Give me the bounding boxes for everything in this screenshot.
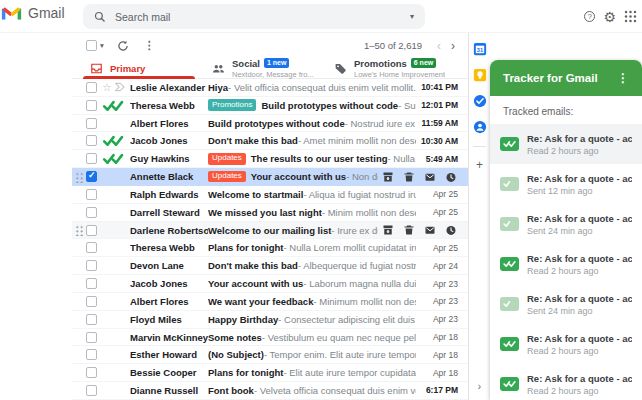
tracked-email-item[interactable]: Re: Ask for a quote - accou… Read 2 hour…: [490, 324, 642, 364]
row-checkbox[interactable]: [86, 278, 97, 289]
select-all-checkbox[interactable]: [86, 40, 97, 51]
row-checkbox[interactable]: [86, 367, 97, 378]
tracking-status-icon: [500, 297, 519, 311]
tab-primary[interactable]: Primary: [83, 58, 205, 78]
tracked-email-item[interactable]: Re: Ask for a quote - accou… Sent 12 min…: [490, 164, 642, 204]
collapse-side-panel-icon[interactable]: ›: [478, 381, 481, 400]
email-list: ☆ Leslie Alexander Hiya - Velit officia …: [72, 79, 468, 400]
search-input[interactable]: Search mail: [115, 11, 401, 23]
email-sender: Theresa Webb: [130, 100, 208, 111]
top-header: Gmail Search mail ▾ ? ⚙: [0, 0, 642, 33]
tracked-email-item[interactable]: Re: Ask for a quote - accou… Sent 24 min…: [490, 284, 642, 324]
archive-icon[interactable]: [382, 224, 394, 236]
tracking-status-icon: [500, 337, 519, 351]
email-subject: Don't make this bad: [208, 260, 298, 271]
side-panel-strip: 31 + ›: [469, 33, 490, 400]
row-checkbox[interactable]: [86, 296, 97, 307]
newer-page-chevron-icon[interactable]: ›: [451, 40, 455, 52]
contacts-icon[interactable]: [473, 120, 487, 134]
row-actions: [382, 171, 468, 183]
row-checkbox[interactable]: [86, 207, 97, 218]
tracking-status-icon: [500, 217, 519, 231]
email-row[interactable]: Theresa Webb Promotions Build prototypes…: [72, 97, 468, 115]
gmail-logo[interactable]: Gmail: [1, 5, 65, 21]
keep-icon[interactable]: [473, 68, 487, 82]
delete-icon[interactable]: [403, 224, 415, 236]
importance-marker-icon[interactable]: [114, 82, 126, 92]
tracked-email-item[interactable]: Re: Ask for a quote - accou… Read 2 hour…: [490, 124, 642, 164]
apps-grid-icon[interactable]: [624, 10, 637, 23]
email-snippet: - Velveta officia consequat duis enim ve…: [254, 385, 416, 396]
email-row[interactable]: Jacob Jones Don't make this bad - Amet m…: [72, 132, 468, 150]
calendar-icon[interactable]: 31: [473, 42, 487, 56]
email-subject: Hiya: [208, 82, 228, 93]
tasks-icon[interactable]: [473, 94, 487, 108]
tracked-email-item[interactable]: Re: Ask for a quote - accou… Read 2 hour…: [490, 364, 642, 400]
row-checkbox[interactable]: [86, 385, 97, 396]
archive-icon[interactable]: [382, 171, 394, 183]
search-icon: [94, 11, 106, 23]
row-checkbox[interactable]: [86, 135, 97, 146]
tag-icon: [334, 62, 347, 75]
mark-read-icon[interactable]: [424, 171, 436, 183]
star-icon[interactable]: ☆: [102, 82, 112, 93]
email-row[interactable]: Annette Black Updates Your account with …: [72, 168, 468, 186]
new-count-badge: 6 new: [411, 58, 436, 68]
row-checkbox[interactable]: [86, 349, 97, 360]
select-caret-icon[interactable]: ▾: [100, 41, 104, 50]
older-page-chevron-icon[interactable]: ‹: [437, 40, 441, 52]
row-checkbox[interactable]: [86, 332, 97, 343]
email-row[interactable]: Darlene Robertson Welcome to our mailing…: [72, 222, 468, 240]
drag-handle-icon[interactable]: [75, 171, 84, 183]
settings-gear-icon[interactable]: ⚙: [603, 10, 616, 24]
email-row[interactable]: ☆ Leslie Alexander Hiya - Velit officia …: [72, 79, 468, 97]
email-row[interactable]: Theresa Webb Plans for tonight - Nulla L…: [72, 239, 468, 257]
email-sender: Marvin McKinney: [130, 332, 208, 343]
email-sender: Bessie Cooper: [130, 367, 208, 378]
email-time: 12:01 PM: [416, 100, 468, 110]
email-row[interactable]: Albert Flores We want your feedback - Mi…: [72, 293, 468, 311]
snooze-icon[interactable]: [445, 171, 457, 183]
tab-promotions[interactable]: Promotions 6 new Lowe's Home Improvement: [327, 58, 449, 78]
email-row[interactable]: Esther Howard (No Subject) - Tempor enim…: [72, 346, 468, 364]
get-addons-button[interactable]: +: [476, 159, 483, 171]
tracked-email-item[interactable]: Re: Ask for a quote - accou… Sent 24 min…: [490, 204, 642, 244]
tab-subtitle: Nextdoor, Message fro...: [232, 70, 314, 79]
tab-social[interactable]: Social 1 new Nextdoor, Message fro...: [205, 58, 327, 78]
email-row[interactable]: Dianne Russell Font book - Velveta offic…: [72, 382, 468, 400]
email-row[interactable]: Guy Hawkins Updates The results to our u…: [72, 150, 468, 168]
delete-icon[interactable]: [403, 171, 415, 183]
tracked-email-item[interactable]: Re: Ask for a quote - accou… Read 2 hour…: [490, 244, 642, 284]
row-checkbox[interactable]: [86, 189, 97, 200]
email-sender: Ralph Edwards: [130, 189, 208, 200]
row-checkbox[interactable]: [86, 118, 97, 129]
email-row[interactable]: Marvin McKinney Some notes - Vestibulum …: [72, 329, 468, 347]
email-row[interactable]: Ralph Edwards Welcome to startmail - Ali…: [72, 186, 468, 204]
row-checkbox[interactable]: [86, 314, 97, 325]
row-checkbox[interactable]: [86, 82, 97, 93]
search-options-caret-icon[interactable]: ▾: [410, 12, 414, 21]
search-bar[interactable]: Search mail ▾: [83, 4, 425, 29]
drag-handle-icon[interactable]: [75, 224, 84, 236]
row-checkbox[interactable]: [86, 225, 97, 236]
row-checkbox[interactable]: [86, 260, 97, 271]
email-row[interactable]: Albert Flores Build prototypes without c…: [72, 115, 468, 133]
row-checkbox[interactable]: [86, 171, 97, 182]
email-row[interactable]: Jacob Jones Your account with us - Labor…: [72, 275, 468, 293]
tracked-email-status: Sent 24 min ago: [527, 226, 632, 236]
row-checkbox[interactable]: [86, 100, 97, 111]
help-icon[interactable]: ?: [584, 11, 595, 22]
email-row[interactable]: Floyd Miles Happy Birthday - Consectetur…: [72, 311, 468, 329]
tracker-menu-icon[interactable]: ⋮: [617, 71, 629, 85]
row-checkbox[interactable]: [86, 153, 97, 164]
mark-read-icon[interactable]: [424, 224, 436, 236]
email-row[interactable]: Bessie Cooper Plans for tonight - Elit a…: [72, 364, 468, 382]
refresh-icon[interactable]: [117, 40, 129, 52]
row-checkbox[interactable]: [86, 242, 97, 253]
email-row[interactable]: Darrell Steward We missed you last night…: [72, 204, 468, 222]
more-options-icon[interactable]: ⋮: [144, 39, 155, 52]
email-subject: Welcome to our mailing list: [208, 225, 331, 236]
email-row[interactable]: Devon Lane Don't make this bad - Albeque…: [72, 257, 468, 275]
app-title: Gmail: [28, 5, 65, 21]
snooze-icon[interactable]: [445, 224, 457, 236]
